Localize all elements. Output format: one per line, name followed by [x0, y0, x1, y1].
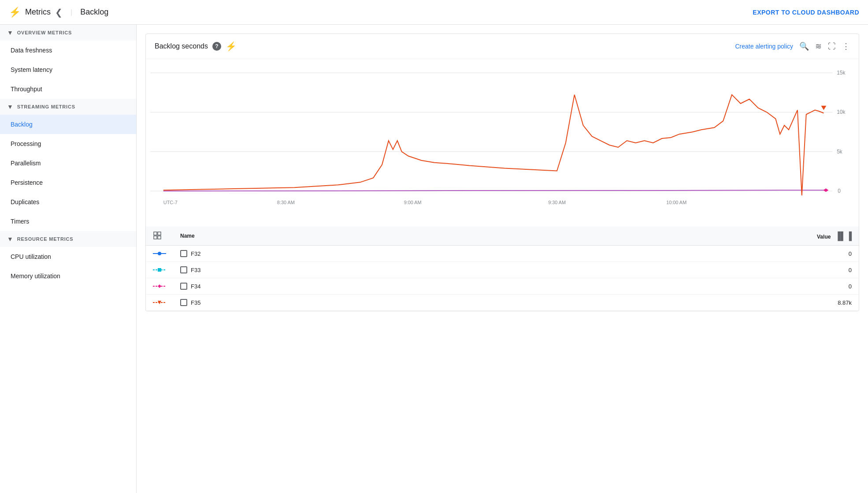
- fullscreen-icon[interactable]: ⛶: [828, 42, 836, 51]
- overview-chevron-icon: ▼: [7, 29, 14, 36]
- sidebar-item-system-latency[interactable]: System latency: [0, 60, 136, 79]
- legend-checkbox-f35[interactable]: [180, 299, 187, 306]
- top-header: ⚡ Metrics ❮ | Backlog EXPORT TO CLOUD DA…: [0, 0, 868, 25]
- sidebar-item-backlog[interactable]: Backlog: [0, 115, 136, 134]
- svg-text:10:00 AM: 10:00 AM: [666, 200, 686, 205]
- svg-text:15k: 15k: [837, 70, 845, 76]
- svg-rect-19: [158, 236, 161, 239]
- resource-chevron-icon: ▼: [7, 235, 14, 243]
- streaming-chevron-icon: ▼: [7, 103, 14, 110]
- sidebar-item-processing[interactable]: Processing: [0, 134, 136, 153]
- svg-text:5k: 5k: [837, 149, 842, 155]
- chart-container: 15k 10k 5k 0 UTC-7 8:30 AM: [146, 59, 859, 227]
- legend-name-cell: F33: [173, 262, 457, 278]
- app-logo-icon: ⚡: [9, 7, 21, 18]
- top-header-left: ⚡ Metrics ❮ | Backlog: [9, 7, 108, 18]
- sidebar: ▼ OVERVIEW METRICS Data freshness System…: [0, 25, 137, 493]
- legend-table: Name Value ▐▌▐: [146, 227, 859, 311]
- legend-color-cell: [146, 262, 173, 278]
- chart-title: Backlog seconds: [155, 42, 208, 50]
- legend-checkbox-f33[interactable]: [180, 266, 187, 273]
- svg-marker-9: [823, 188, 828, 192]
- legend-checkbox-f32[interactable]: [180, 250, 187, 257]
- legend-value-cell: 0: [457, 278, 859, 295]
- metrics-explorer-icon[interactable]: ⚡: [226, 41, 237, 52]
- chart-title-area: Backlog seconds ? ⚡: [155, 41, 237, 52]
- legend-color-cell: [146, 278, 173, 295]
- svg-point-21: [158, 252, 161, 255]
- table-row: F35 8.87k: [146, 295, 859, 311]
- overview-metrics-section-header[interactable]: ▼ OVERVIEW METRICS: [0, 25, 136, 41]
- svg-marker-25: [158, 284, 161, 288]
- chart-svg: 15k 10k 5k 0 UTC-7 8:30 AM: [150, 63, 850, 222]
- resource-section-label: RESOURCE METRICS: [17, 236, 74, 242]
- svg-text:8:30 AM: 8:30 AM: [277, 200, 295, 205]
- legend-name-cell: F35: [173, 295, 457, 311]
- chart-header: Backlog seconds ? ⚡ Create alerting poli…: [146, 34, 859, 59]
- filter-icon[interactable]: ≋: [815, 41, 822, 51]
- legend-color-cell: [146, 295, 173, 311]
- svg-marker-10: [821, 106, 826, 110]
- overview-section-label: OVERVIEW METRICS: [17, 30, 72, 35]
- legend-table-header: Name Value ▐▌▐: [146, 227, 859, 246]
- svg-rect-17: [158, 232, 161, 235]
- svg-text:0: 0: [838, 188, 841, 194]
- export-dashboard-button[interactable]: EXPORT TO CLOUD DASHBOARD: [753, 9, 859, 16]
- sidebar-item-timers[interactable]: Timers: [0, 212, 136, 231]
- search-icon[interactable]: 🔍: [799, 41, 809, 51]
- sidebar-item-memory-utilization[interactable]: Memory utilization: [0, 266, 136, 286]
- streaming-metrics-section-header[interactable]: ▼ STREAMING METRICS: [0, 99, 136, 115]
- help-icon[interactable]: ?: [212, 42, 221, 51]
- create-alerting-policy-button[interactable]: Create alerting policy: [735, 43, 793, 50]
- svg-text:UTC-7: UTC-7: [163, 200, 178, 205]
- chart-actions: Create alerting policy 🔍 ≋ ⛶ ⋮: [735, 41, 850, 51]
- svg-rect-23: [158, 268, 161, 272]
- legend-color-col-header: [146, 227, 173, 246]
- content-area: Backlog seconds ? ⚡ Create alerting poli…: [137, 25, 868, 493]
- sidebar-item-cpu-utilization[interactable]: CPU utilization: [0, 247, 136, 266]
- main-layout: ▼ OVERVIEW METRICS Data freshness System…: [0, 25, 868, 493]
- more-options-icon[interactable]: ⋮: [842, 41, 850, 51]
- sidebar-item-parallelism[interactable]: Parallelism: [0, 153, 136, 173]
- legend-value-cell: 8.87k: [457, 295, 859, 311]
- table-row: F33 0: [146, 262, 859, 278]
- legend-name-cell: F32: [173, 246, 457, 262]
- legend-value-cell: 0: [457, 262, 859, 278]
- streaming-section-label: STREAMING METRICS: [17, 104, 75, 109]
- sidebar-item-throughput[interactable]: Throughput: [0, 79, 136, 99]
- chart-card: Backlog seconds ? ⚡ Create alerting poli…: [145, 34, 859, 311]
- legend-checkbox-f34[interactable]: [180, 283, 187, 290]
- table-row: F32 0: [146, 246, 859, 262]
- svg-rect-18: [154, 236, 157, 239]
- legend-name-col-header: Name: [173, 227, 457, 246]
- sidebar-item-persistence[interactable]: Persistence: [0, 173, 136, 192]
- svg-text:9:00 AM: 9:00 AM: [404, 200, 422, 205]
- svg-text:9:30 AM: 9:30 AM: [548, 200, 566, 205]
- legend-color-cell: [146, 246, 173, 262]
- legend-value-cell: 0: [457, 246, 859, 262]
- app-title: Metrics: [25, 7, 51, 17]
- legend-value-col-header: Value ▐▌▐: [457, 227, 859, 246]
- legend-name-cell: F34: [173, 278, 457, 295]
- page-title: Backlog: [80, 7, 108, 17]
- collapse-sidebar-button[interactable]: ❮: [55, 7, 63, 18]
- svg-text:10k: 10k: [837, 109, 845, 115]
- sidebar-item-duplicates[interactable]: Duplicates: [0, 192, 136, 212]
- sidebar-item-data-freshness[interactable]: Data freshness: [0, 41, 136, 60]
- resource-metrics-section-header[interactable]: ▼ RESOURCE METRICS: [0, 231, 136, 247]
- table-row: F34 0: [146, 278, 859, 295]
- column-toggle-icon[interactable]: ▐▌▐: [835, 232, 852, 240]
- svg-rect-16: [154, 232, 157, 235]
- legend-grid-icon[interactable]: [153, 231, 162, 240]
